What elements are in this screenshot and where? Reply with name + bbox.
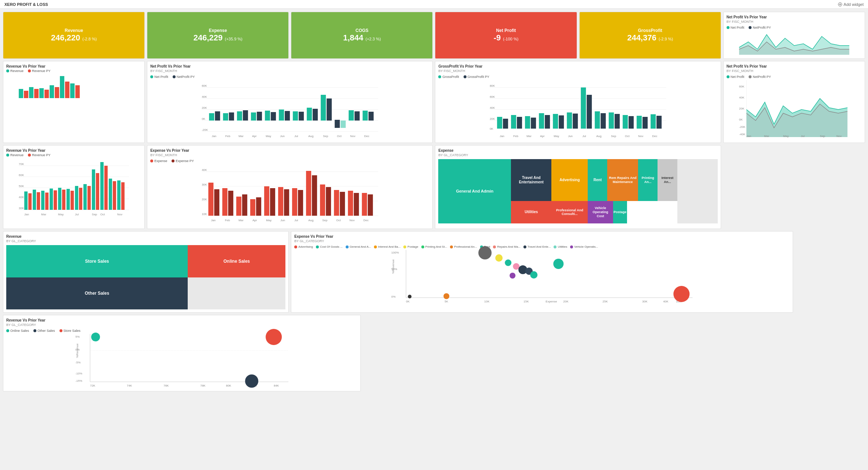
expense-value: 246,229	[193, 33, 223, 43]
svg-rect-6	[24, 91, 28, 98]
treemap-other-sales[interactable]: Other Sales	[6, 277, 188, 310]
treemap-travel[interactable]: Travel And Entertainment	[511, 159, 551, 201]
svg-point-253	[266, 329, 282, 345]
treemap-repairs[interactable]: Rem Repairs And Maintenance	[607, 159, 638, 201]
treemap-utilities[interactable]: Utilities	[511, 201, 551, 223]
svg-text:Apr: Apr	[252, 219, 257, 222]
svg-text:Mar: Mar	[238, 219, 244, 222]
svg-text:Aug: Aug	[308, 219, 313, 222]
svg-text:50K: 50K	[19, 184, 24, 188]
svg-rect-156	[121, 182, 125, 210]
netprofit-fisc-small-sub: BY FISC_MONTH	[727, 20, 862, 24]
svg-text:20K: 20K	[202, 106, 207, 110]
cogs-label: COGS	[356, 28, 368, 33]
svg-rect-15	[70, 83, 75, 98]
treemap-printing[interactable]: Printing An...	[638, 159, 658, 201]
cogs-value: 1,844	[343, 33, 363, 43]
svg-text:-5%: -5%	[75, 361, 80, 364]
svg-text:40K: 40K	[490, 106, 496, 110]
treemap-interest[interactable]: Interest An...	[658, 159, 677, 201]
add-widget-button[interactable]: Add widget	[838, 2, 864, 7]
treemap-professional[interactable]: Professional And Consulti...	[551, 201, 588, 223]
revenue-label: Revenue	[65, 28, 83, 33]
netprofit-area-svg: 60K 40K 20K 0K -20K -40K Jan Mar May Jul…	[727, 80, 862, 139]
svg-point-227	[496, 254, 503, 262]
grossprofit-fisc-large: GrossProfit Vs Prior Year BY FISC_MONTH …	[435, 61, 721, 143]
svg-point-234	[510, 273, 516, 279]
svg-rect-16	[75, 85, 80, 98]
treemap-store-sales[interactable]: Store Sales	[6, 245, 188, 277]
svg-rect-139	[50, 189, 53, 210]
netprofit-fisc-small-legend: Net Profit NetProfit PY	[727, 26, 862, 29]
svg-rect-174	[222, 188, 227, 216]
svg-point-235	[674, 286, 690, 302]
revenue-fisc-small-legend: Revenue Revenue PY	[6, 69, 141, 73]
svg-rect-149	[92, 169, 95, 210]
svg-text:10K: 10K	[202, 212, 207, 216]
svg-rect-32	[243, 110, 248, 121]
svg-rect-78	[539, 113, 544, 129]
svg-text:Mar: Mar	[238, 134, 244, 138]
revenue-bar-chart: Revenue Vs Prior Year Revenue Revenue PY…	[3, 145, 145, 229]
svg-text:30K: 30K	[642, 300, 648, 303]
treemap-general-admin[interactable]: General And Admin	[438, 159, 511, 223]
svg-text:25K: 25K	[603, 300, 608, 303]
treemap-vehicle[interactable]: Vehicle Operating Cost	[588, 201, 613, 223]
treemap-advertising[interactable]: Advertising	[551, 159, 588, 201]
svg-rect-39	[293, 111, 298, 121]
svg-text:Mar: Mar	[527, 134, 532, 138]
svg-text:30K: 30K	[202, 183, 207, 186]
expense-treemap: General And Admin Travel And Entertainme…	[438, 159, 717, 223]
svg-text:-20K: -20K	[739, 125, 746, 129]
svg-rect-173	[214, 189, 219, 216]
svg-point-229	[513, 263, 520, 270]
svg-text:Feb: Feb	[225, 219, 230, 222]
svg-text:-40K: -40K	[739, 133, 746, 136]
svg-text:Jun: Jun	[568, 134, 573, 138]
svg-text:Jul: Jul	[801, 134, 804, 138]
svg-rect-134	[28, 193, 32, 210]
svg-text:100%: 100%	[392, 251, 399, 254]
svg-rect-38	[285, 111, 290, 121]
svg-rect-29	[223, 113, 228, 121]
netprofit-fisc-large-chart: 60K 40K 20K 0K -20K	[150, 80, 429, 139]
svg-text:Aug: Aug	[308, 134, 313, 138]
svg-rect-178	[250, 199, 255, 216]
svg-rect-75	[517, 117, 522, 129]
svg-text:0K: 0K	[490, 127, 494, 130]
svg-text:Jul: Jul	[294, 134, 298, 138]
svg-rect-47	[349, 110, 354, 121]
svg-text:60K: 60K	[202, 84, 207, 87]
svg-text:0K: 0K	[739, 118, 743, 121]
svg-rect-45	[335, 120, 340, 128]
treemap-online-sales[interactable]: Online Sales	[188, 245, 285, 277]
revenue-fisc-small: Revenue Vs Prior Year Revenue Revenue PY	[3, 61, 145, 143]
svg-rect-14	[65, 82, 69, 98]
svg-text:Sep: Sep	[92, 213, 97, 216]
svg-rect-180	[264, 186, 269, 216]
svg-text:Nov: Nov	[638, 134, 644, 138]
svg-text:Nov: Nov	[836, 134, 842, 138]
svg-point-224	[408, 295, 412, 298]
svg-rect-176	[236, 197, 241, 216]
svg-rect-190	[334, 190, 339, 216]
svg-text:%Revenue: %Revenue	[76, 343, 79, 358]
svg-text:May: May	[266, 219, 271, 222]
svg-rect-189	[326, 187, 331, 216]
treemap-rent[interactable]: Rent	[588, 159, 607, 201]
svg-text:20K: 20K	[739, 107, 745, 110]
expense-scatter-svg: 100% 50% 0% 0K 5K 10K 15K 20K 25K 30K 35…	[294, 250, 790, 303]
treemap-postage[interactable]: Postage	[613, 201, 627, 223]
svg-rect-92	[637, 116, 642, 129]
svg-text:Sep: Sep	[322, 219, 328, 222]
svg-rect-193	[354, 193, 359, 216]
svg-text:Feb: Feb	[514, 134, 519, 138]
svg-rect-146	[79, 188, 82, 210]
grossprofit-kpi: GrossProfit 244,376 (-2.9 %)	[579, 12, 721, 59]
revenue-treemap-widget: Revenue BY GL_CATEGORY Store Sales Onlin…	[3, 231, 289, 313]
svg-text:20K: 20K	[202, 198, 207, 201]
svg-rect-194	[362, 193, 367, 216]
add-icon	[838, 2, 842, 7]
svg-text:60K: 60K	[490, 95, 496, 98]
svg-rect-27	[209, 113, 214, 121]
